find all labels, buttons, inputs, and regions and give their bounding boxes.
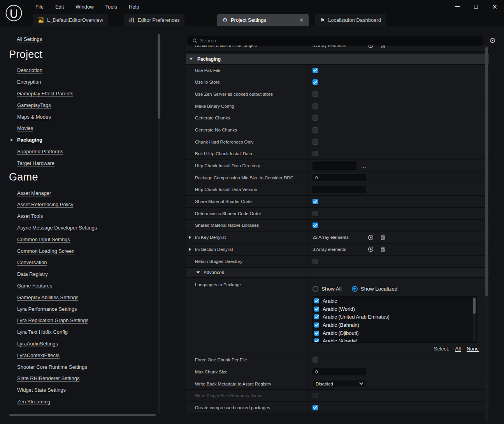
checkbox-checked[interactable] <box>313 199 318 204</box>
sidebar-item-common-input-settings[interactable]: Common Input Settings <box>17 233 179 245</box>
sidebar-item-shooter-core-runtime-settings[interactable]: Shooter Core Runtime Settings <box>17 361 179 373</box>
maximize-button[interactable] <box>467 0 485 13</box>
checkbox-checked[interactable] <box>313 405 318 410</box>
sidebar-item-supported-platforms[interactable]: Supported Platforms <box>17 146 179 158</box>
menu-file[interactable]: File <box>30 3 49 11</box>
sidebar-item-lyra-performance-settings[interactable]: Lyra Performance Settings <box>17 303 179 315</box>
all-settings-link[interactable]: All Settings <box>17 36 42 42</box>
setting-row-make-binary-config: Make Binary Config <box>186 100 489 112</box>
advanced-section-header[interactable]: Advanced <box>186 267 489 278</box>
tab-l-defaulteditoroverview[interactable]: L_DefaultEditorOverview <box>33 14 108 26</box>
checkbox-unchecked[interactable] <box>313 393 318 398</box>
text-field[interactable] <box>313 368 366 375</box>
sidebar-item-gameplaytags[interactable]: GameplayTags <box>17 99 179 111</box>
sidebar-item-lyracontexteffects[interactable]: LyraContextEffects <box>17 349 179 361</box>
checkbox-unchecked[interactable] <box>313 115 318 121</box>
sidebar-item-asset-tools[interactable]: Asset Tools <box>17 210 179 222</box>
menu-help[interactable]: Help <box>123 3 145 11</box>
expand-arrow-icon[interactable] <box>189 247 191 251</box>
sidebar-item-conversation[interactable]: Conversation <box>17 257 179 268</box>
sidebar-item-maps-modes[interactable]: Maps & Modes <box>17 111 179 123</box>
language-item-arabic-bahrain[interactable]: Arabic (Bahrain) <box>313 321 476 329</box>
scrollbar-thumb[interactable] <box>473 298 476 314</box>
sidebar-item-description[interactable]: Description <box>17 65 179 76</box>
clear-array-icon[interactable] <box>380 46 385 48</box>
sidebar-item-movies[interactable]: Movies <box>17 123 179 134</box>
checkbox-unchecked[interactable] <box>313 357 318 363</box>
dropdown-write-back-metadata-to-asset-registry[interactable]: Disabled <box>313 380 366 388</box>
clear-array-icon[interactable] <box>380 247 385 252</box>
close-button[interactable]: × <box>485 0 504 13</box>
select-none-link[interactable]: None <box>467 346 479 352</box>
language-item-arabic-united-arab-emirates[interactable]: Arabic (United Arab Emirates) <box>313 313 476 321</box>
checkbox-unchecked[interactable] <box>313 151 318 156</box>
packaging-section-header[interactable]: Packaging <box>186 54 489 65</box>
checkbox-checked[interactable] <box>314 338 319 343</box>
sidebar-item-gameplay-effect-parents[interactable]: Gameplay Effect Parents <box>17 88 179 100</box>
sidebar-item-asset-referencing-policy[interactable]: Asset Referencing Policy <box>17 199 179 210</box>
search-box[interactable] <box>188 36 483 46</box>
clear-array-icon[interactable] <box>380 235 385 240</box>
main-scrollbar[interactable] <box>485 46 488 422</box>
add-array-element-icon[interactable] <box>368 235 374 240</box>
checkbox-checked[interactable] <box>313 68 318 73</box>
expand-arrow-icon[interactable] <box>189 235 191 239</box>
add-array-element-icon[interactable] <box>368 46 374 48</box>
sidebar-item-game-features[interactable]: Game Features <box>17 280 179 292</box>
checkbox-unchecked[interactable] <box>313 259 318 264</box>
checkbox-checked[interactable] <box>313 223 318 228</box>
scrollbar-thumb[interactable] <box>158 34 160 119</box>
checkbox-checked[interactable] <box>314 331 319 336</box>
menu-tools[interactable]: Tools <box>100 3 123 11</box>
sidebar-item-encryption[interactable]: Encryption <box>17 76 179 88</box>
tab-project-settings[interactable]: ⚙Project Settings× <box>217 14 309 26</box>
language-item-arabic[interactable]: Arabic <box>313 297 476 305</box>
checkbox-checked[interactable] <box>313 79 318 85</box>
sidebar-item-lyra-text-hotfix-config[interactable]: Lyra Text Hotfix Config <box>17 326 179 338</box>
checkbox-unchecked[interactable] <box>313 139 318 145</box>
radio-show-all[interactable]: Show All <box>313 286 342 292</box>
sidebar-item-data-registry[interactable]: Data Registry <box>17 268 179 280</box>
scrollbar-thumb[interactable] <box>485 47 488 296</box>
add-array-element-icon[interactable] <box>368 246 374 252</box>
minimize-button[interactable] <box>448 0 467 13</box>
checkbox-checked[interactable] <box>314 314 319 319</box>
sidebar-item-zen-streaming[interactable]: Zen Streaming <box>17 396 179 408</box>
sidebar-item-packaging[interactable]: Packaging <box>17 134 179 146</box>
tab-localization-dashboard[interactable]: ⚑Localization Dashboard <box>315 14 386 26</box>
sidebar-horizontal-scrollbar[interactable] <box>9 414 156 416</box>
sidebar-item-common-loading-screen[interactable]: Common Loading Screen <box>17 245 179 257</box>
search-input[interactable] <box>200 38 479 44</box>
menu-edit[interactable]: Edit <box>49 3 70 11</box>
text-field[interactable] <box>313 186 366 193</box>
language-item-arabic-algeria[interactable]: Arabic (Algeria) <box>313 337 476 343</box>
sidebar-item-target-hardware[interactable]: Target Hardware <box>17 157 179 169</box>
checkbox-checked[interactable] <box>314 307 319 312</box>
ellipsis-button[interactable]: … <box>361 163 367 168</box>
text-field[interactable] <box>313 174 366 181</box>
checkbox-unchecked[interactable] <box>313 91 318 97</box>
sidebar-item-gameplay-abilities-settings[interactable]: Gameplay Abilities Settings <box>17 291 179 303</box>
sidebar-item-asset-manager[interactable]: Asset Manager <box>17 187 179 199</box>
language-item-arabic-world[interactable]: Arabic (World) <box>313 305 476 313</box>
checkbox-unchecked[interactable] <box>313 127 318 133</box>
sidebar-item-widget-state-settings[interactable]: Widget State Settings <box>17 384 179 396</box>
language-item-arabic-djibouti[interactable]: Arabic (Djibouti) <box>313 329 476 337</box>
sidebar-item-slate-rhirenderer-settings[interactable]: Slate RHIRenderer Settings <box>17 373 179 384</box>
sidebar-item-lyraaudiosettings[interactable]: LyraAudioSettings <box>17 338 179 350</box>
radio-show-localized[interactable]: Show Localized <box>352 286 398 292</box>
checkbox-checked[interactable] <box>314 322 319 328</box>
languages-scrollbar[interactable] <box>473 298 476 342</box>
sidebar-scrollbar[interactable] <box>158 34 160 414</box>
checkbox-unchecked[interactable] <box>313 211 318 216</box>
select-all-link[interactable]: All <box>455 346 460 352</box>
text-field[interactable] <box>313 162 357 170</box>
tab-editor-preferences[interactable]: Editor Preferences <box>124 14 185 26</box>
checkbox-checked[interactable] <box>314 298 319 303</box>
menu-window[interactable]: Window <box>70 3 99 11</box>
checkbox-unchecked[interactable] <box>313 103 318 109</box>
tab-close-icon[interactable]: × <box>299 17 304 23</box>
settings-gear-button[interactable]: ⚙ <box>489 37 496 44</box>
sidebar-item-lyra-replication-graph-settings[interactable]: Lyra Replication Graph Settings <box>17 315 179 326</box>
sidebar-item-async-message-developer-settings[interactable]: Async Message Developer Settings <box>17 222 179 234</box>
